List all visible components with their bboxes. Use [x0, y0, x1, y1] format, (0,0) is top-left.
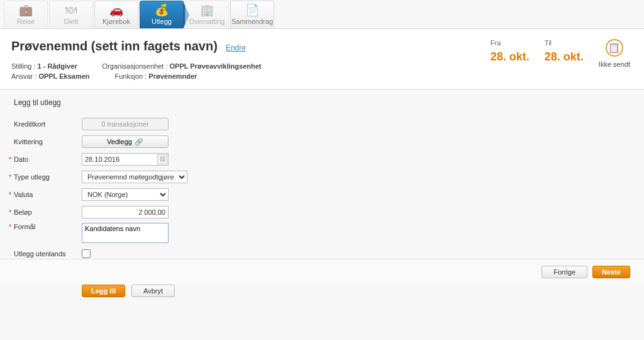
ansvar-label: Ansvar : [11, 72, 38, 80]
building-icon: 🏢 [186, 4, 228, 16]
page-title: Prøvenemnd (sett inn fagets navn) [11, 39, 218, 54]
tab-overnatting[interactable]: 🏢 Overnatting [185, 1, 229, 28]
stilling-label: Stilling : [11, 62, 38, 70]
date-from-value: 28. okt. [491, 50, 530, 64]
link-icon: 🔗 [135, 138, 143, 146]
abroad-checkbox[interactable] [82, 249, 91, 258]
tab-label: Utlegg [140, 18, 183, 25]
meal-icon: 🍽 [50, 4, 92, 16]
kredittkort-label: Kredittkort [14, 120, 82, 128]
top-tabs: 💼 Reise 🍽 Diett 🚗 Kjørebok 💰 Utlegg 🏢 Ov… [0, 0, 644, 29]
status-text: Ikke sendt [599, 60, 630, 68]
cancel-button[interactable]: Avbryt [131, 285, 175, 297]
tab-reise[interactable]: 💼 Reise [4, 1, 48, 28]
date-to-label: Til [545, 39, 584, 47]
calendar-icon[interactable]: ☷ [157, 154, 167, 164]
add-button[interactable]: Legg til [82, 285, 125, 297]
status: 📋 Ikke sendt [599, 39, 630, 68]
currency-select[interactable]: NOK (Norge) [82, 188, 169, 201]
attachment-button[interactable]: Vedlegg 🔗 [82, 135, 169, 148]
header: Prøvenemnd (sett inn fagets navn) Endre … [0, 29, 644, 89]
tab-diett[interactable]: 🍽 Diett [49, 1, 93, 28]
tab-sammendrag[interactable]: 📄 Sammendrag [230, 1, 274, 28]
belop-label: Beløp [14, 208, 82, 216]
document-icon: 📄 [231, 4, 274, 16]
date-from-label: Fra [491, 39, 530, 47]
car-icon: 🚗 [95, 4, 138, 16]
tab-kjorebok[interactable]: 🚗 Kjørebok [94, 1, 138, 28]
tab-label: Diett [50, 18, 92, 25]
suitcase-icon: 💼 [4, 4, 47, 16]
date-input[interactable] [82, 153, 169, 166]
type-select[interactable]: Prøvenemnd møtegodtgjørelse [82, 171, 187, 183]
meta-block: Stilling : 1 - Rådgiver Organisasjonsenh… [11, 62, 261, 80]
tab-label: Kjørebok [95, 18, 138, 25]
org-value: OPPL Prøveavviklingsenhet [170, 62, 262, 70]
kvittering-label: Kvittering [14, 138, 82, 145]
date-from: Fra 28. okt. [491, 39, 530, 64]
formal-label: Formål [14, 223, 82, 230]
edit-link[interactable]: Endre [226, 43, 246, 52]
tab-label: Sammendrag [231, 18, 274, 25]
footer: Forrige Neste [0, 259, 644, 285]
tab-label: Overnatting [186, 18, 228, 25]
ansvar-value: OPPL Eksamen [38, 72, 89, 80]
tab-utlegg[interactable]: 💰 Utlegg [140, 1, 184, 28]
funksjon-label: Funksjon : [115, 72, 149, 80]
tab-label: Reise [4, 18, 47, 25]
dato-label: Dato [14, 156, 82, 163]
purpose-input[interactable] [82, 223, 169, 243]
utenlands-label: Utlegg utenlands [14, 250, 82, 258]
org-label: Organisasjonsenhet : [103, 62, 170, 70]
valuta-label: Valuta [14, 191, 82, 198]
attachment-button-label: Vedlegg [107, 138, 132, 145]
funksjon-value: Prøvenemnder [148, 72, 197, 80]
money-bag-icon: 💰 [140, 4, 183, 16]
amount-input[interactable] [82, 206, 169, 218]
type-label: Type utlegg [14, 173, 82, 181]
prev-button[interactable]: Forrige [541, 266, 587, 278]
next-button[interactable]: Neste [592, 266, 630, 278]
stilling-value: 1 - Rådgiver [38, 62, 77, 70]
transactions-button[interactable]: 0 transaksjoner [82, 118, 169, 130]
section-title: Legg til utlegg [14, 98, 631, 107]
date-to: Til 28. okt. [545, 39, 584, 64]
date-to-value: 28. okt. [545, 50, 584, 64]
status-icon: 📋 [606, 39, 623, 57]
